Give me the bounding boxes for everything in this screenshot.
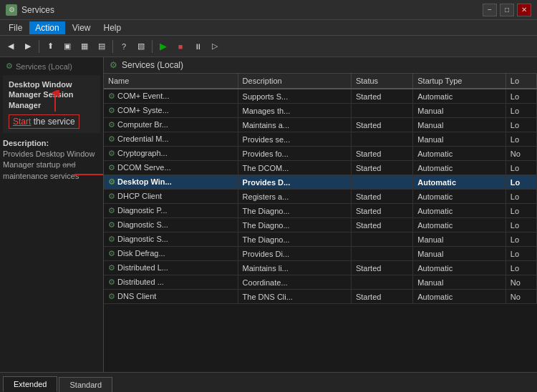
toolbar-separator-2 [112, 40, 113, 53]
view3-button[interactable]: ▤ [94, 39, 110, 54]
service-name-cell: ⚙Diagnostic S... [104, 232, 238, 247]
service-name-cell: ⚙Distributed ... [104, 275, 238, 290]
service-row-icon: ⚙ [108, 220, 115, 229]
table-row[interactable]: ⚙Desktop Win...Provides D...AutomaticLo [104, 175, 537, 190]
table-row[interactable]: ⚙DCOM Serve...The DCOM...StartedAutomati… [104, 161, 537, 175]
service-row-icon: ⚙ [108, 163, 115, 172]
table-row[interactable]: ⚙Distributed L...Maintains li...StartedA… [104, 261, 537, 275]
service-desc-cell: Coordinate... [238, 275, 351, 290]
description-label: Description: [3, 139, 100, 147]
menu-file[interactable]: File [3, 21, 28, 34]
service-status-cell: Started [351, 290, 412, 304]
service-status-cell: Started [351, 161, 412, 175]
service-startup-cell: Manual [413, 132, 506, 147]
col-description[interactable]: Description [238, 74, 351, 89]
menu-help[interactable]: Help [98, 21, 127, 34]
tab-standard[interactable]: Standard [59, 377, 112, 392]
table-row[interactable]: ⚙DHCP ClientRegisters a...StartedAutomat… [104, 190, 537, 204]
table-row[interactable]: ⚙Cryptograph...Provides fo...StartedAuto… [104, 147, 537, 161]
service-row-icon: ⚙ [108, 92, 115, 100]
service-startup-cell: Automatic [413, 261, 506, 275]
panel-title: Services (Local) [122, 60, 183, 70]
panel-gear-icon: ⚙ [110, 60, 117, 70]
table-row[interactable]: ⚙Distributed ...Coordinate...ManualNo [104, 275, 537, 290]
sidebar-gear-icon: ⚙ [6, 62, 13, 71]
forward-button[interactable]: ▶ [20, 39, 36, 54]
service-status-cell [351, 232, 412, 247]
table-row[interactable]: ⚙COM+ Syste...Manages th...ManualLo [104, 104, 537, 118]
table-row[interactable]: ⚙Diagnostic S...The Diagno...StartedAuto… [104, 218, 537, 232]
col-local[interactable]: Lo [505, 74, 536, 89]
service-desc-cell: Registers a... [238, 190, 351, 204]
pause-button[interactable]: ⏸ [190, 39, 205, 54]
table-row[interactable]: ⚙Computer Br...Maintains a...StartedManu… [104, 118, 537, 132]
service-desc-cell: Maintains a... [238, 118, 351, 132]
service-status-cell [351, 175, 412, 190]
close-button[interactable]: ✕ [517, 4, 531, 16]
service-startup-cell: Automatic [413, 190, 506, 204]
table-row[interactable]: ⚙Diagnostic S...The Diagno...ManualLo [104, 232, 537, 247]
table-row[interactable]: ⚙Diagnostic P...The Diagno...StartedAuto… [104, 204, 537, 218]
service-name-cell: ⚙Disk Defrag... [104, 247, 238, 261]
menu-action[interactable]: Action [29, 21, 64, 34]
service-status-cell: Started [351, 118, 412, 132]
service-desc-cell: Maintains li... [238, 261, 351, 275]
service-name-cell: ⚙Distributed L... [104, 261, 238, 275]
service-local-cell: Lo [505, 232, 536, 247]
service-row-icon: ⚙ [108, 192, 115, 200]
service-row-icon: ⚙ [108, 292, 115, 300]
title-bar-left: ⚙ Services [6, 4, 54, 16]
services-table-container[interactable]: Name Description Status Startup Type Lo … [104, 74, 537, 372]
service-startup-cell: Manual [413, 232, 506, 247]
view1-button[interactable]: ▣ [59, 39, 75, 54]
sidebar: ⚙ Services (Local) Desktop Window Manage… [0, 57, 104, 372]
toolbar-separator-3 [152, 40, 153, 53]
minimize-button[interactable]: − [483, 4, 497, 16]
service-startup-cell: Automatic [413, 161, 506, 175]
service-status-cell: Started [351, 218, 412, 232]
tab-extended[interactable]: Extended [3, 376, 57, 392]
app-icon: ⚙ [6, 4, 17, 16]
table-row[interactable]: ⚙DNS ClientThe DNS Cli...StartedAutomati… [104, 290, 537, 304]
resume-button[interactable]: ▷ [207, 39, 223, 54]
service-local-cell: Lo [505, 161, 536, 175]
maximize-button[interactable]: □ [500, 4, 514, 16]
service-status-cell: Started [351, 204, 412, 218]
up-button[interactable]: ⬆ [42, 39, 58, 54]
service-startup-cell: Manual [413, 275, 506, 290]
service-name-cell: ⚙DNS Client [104, 290, 238, 304]
col-startup-type[interactable]: Startup Type [413, 74, 506, 89]
view4-button[interactable]: ▧ [133, 39, 149, 54]
start-link[interactable]: Start [13, 117, 31, 127]
play-button[interactable]: ▶ [155, 39, 171, 54]
service-startup-cell: Automatic [413, 147, 506, 161]
table-row[interactable]: ⚙Disk Defrag...Provides Di...ManualLo [104, 247, 537, 261]
service-local-cell: Lo [505, 104, 536, 118]
service-startup-cell: Automatic [413, 89, 506, 104]
view2-button[interactable]: ▦ [77, 39, 92, 54]
service-startup-cell: Automatic [413, 218, 506, 232]
service-desc-cell: The Diagno... [238, 218, 351, 232]
service-local-cell: Lo [505, 175, 536, 190]
col-status[interactable]: Status [351, 74, 412, 89]
stop-button[interactable]: ■ [173, 39, 188, 54]
service-local-cell: Lo [505, 247, 536, 261]
toolbar-separator-1 [39, 40, 39, 53]
help-button[interactable]: ? [116, 39, 132, 54]
service-status-cell: Started [351, 89, 412, 104]
table-row[interactable]: ⚙COM+ Event...Supports S...StartedAutoma… [104, 89, 537, 104]
sidebar-service-section: Desktop Window Manager Session Manager S… [3, 75, 100, 133]
start-link-box: Start the service [9, 114, 79, 129]
service-desc-cell: The DNS Cli... [238, 290, 351, 304]
service-desc-cell: The Diagno... [238, 232, 351, 247]
table-row[interactable]: ⚙Credential M...Provides se...ManualLo [104, 132, 537, 147]
col-name[interactable]: Name [104, 74, 238, 89]
menu-view[interactable]: View [67, 21, 97, 34]
service-row-icon: ⚙ [108, 278, 115, 286]
service-local-cell: No [505, 147, 536, 161]
services-table: Name Description Status Startup Type Lo … [104, 74, 537, 304]
service-name-cell: ⚙DCOM Serve... [104, 161, 238, 175]
service-desc-cell: Provides se... [238, 132, 351, 147]
back-button[interactable]: ◀ [3, 39, 19, 54]
menu-bar: File Action View Help [0, 20, 537, 36]
